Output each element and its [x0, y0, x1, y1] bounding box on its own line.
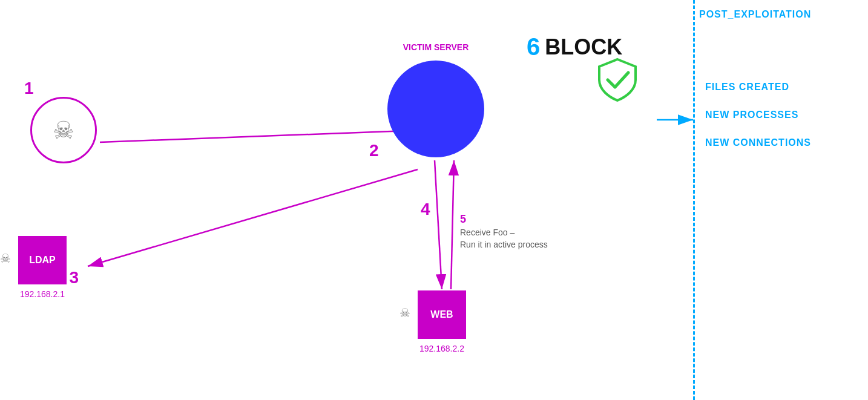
shield-node	[593, 54, 642, 105]
step-5-label: 5 Receive Foo – Run it in active process	[460, 212, 548, 251]
web-node: ☠ WEB 192.168.2.2	[418, 290, 466, 353]
ldap-number: 3	[69, 268, 79, 287]
attacker-number: 1	[24, 79, 34, 98]
shield-icon	[593, 54, 642, 103]
ldap-node: ☠ LDAP 3 192.168.2.1	[18, 236, 67, 299]
victim-node: VICTIM SERVER 2	[387, 61, 484, 157]
skull-icon-ldap: ☠	[0, 251, 11, 266]
svg-line-4	[88, 169, 418, 266]
attacker-circle: ☠	[30, 97, 97, 163]
ldap-label: LDAP	[29, 255, 56, 266]
step-5-number: 5	[460, 213, 466, 225]
right-label-new-processes: NEW PROCESSES	[705, 110, 811, 120]
right-label-files-created: FILES CREATED	[705, 82, 811, 93]
step-4-label: 4	[421, 200, 430, 219]
victim-label: VICTIM SERVER	[403, 42, 469, 52]
attacker-node: 1 ☠	[30, 97, 97, 163]
skull-icon-web: ☠	[399, 306, 410, 320]
ldap-box: LDAP	[18, 236, 67, 284]
svg-line-6	[451, 160, 454, 289]
victim-number: 2	[369, 141, 379, 160]
web-ip: 192.168.2.2	[418, 344, 466, 353]
post-exploitation-label: POST_EXPLOITATION	[699, 9, 811, 20]
right-labels: FILES CREATED NEW PROCESSES NEW CONNECTI…	[705, 82, 811, 165]
step-5-title: Receive Foo –	[460, 227, 548, 239]
dashed-vertical-line	[693, 0, 695, 400]
block-number: 6	[527, 33, 540, 61]
svg-line-3	[100, 130, 424, 142]
web-label: WEB	[430, 309, 453, 320]
ldap-ip: 192.168.2.1	[18, 289, 67, 299]
right-label-new-connections: NEW CONNECTIONS	[705, 137, 811, 148]
diagram-container: POST_EXPLOITATION 1 ☠ ☠ LDAP 3 192.168.2…	[0, 0, 868, 400]
step-5-description: Run it in active process	[460, 239, 548, 251]
svg-line-5	[435, 160, 442, 289]
web-box: WEB	[418, 290, 466, 339]
victim-circle	[387, 61, 484, 157]
skull-icon-attacker: ☠	[53, 116, 74, 144]
